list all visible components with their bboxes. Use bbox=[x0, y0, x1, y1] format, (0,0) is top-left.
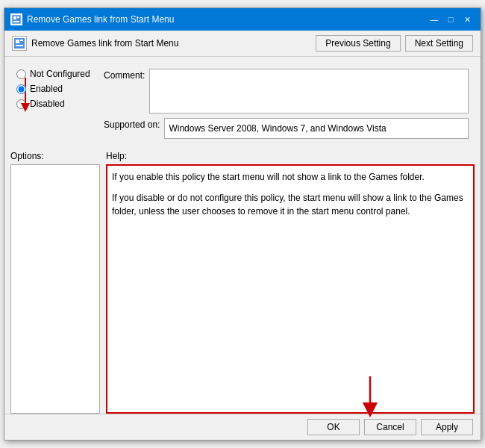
radio-disabled-label: Disabled bbox=[30, 99, 65, 109]
radio-enabled[interactable]: Enabled bbox=[16, 84, 63, 94]
svg-rect-1 bbox=[13, 16, 16, 19]
svg-rect-5 bbox=[16, 40, 19, 43]
radio-not-configured-input[interactable] bbox=[16, 69, 26, 79]
footer: OK Cancel Apply bbox=[4, 414, 481, 440]
comment-label: Comment: bbox=[104, 70, 145, 81]
minimize-button[interactable]: — bbox=[427, 13, 442, 26]
cancel-button[interactable]: Cancel bbox=[364, 419, 416, 435]
window-icon bbox=[10, 13, 22, 25]
svg-rect-2 bbox=[17, 16, 19, 18]
title-bar-left: Remove Games link from Start Menu bbox=[10, 13, 174, 25]
main-window: Remove Games link from Start Menu — □ ✕ … bbox=[4, 7, 481, 441]
header-title-text: Remove Games link from Start Menu bbox=[31, 38, 178, 49]
maximize-button[interactable]: □ bbox=[443, 13, 458, 26]
supported-value: Windows Server 2008, Windows 7, and Wind… bbox=[164, 118, 469, 139]
header-bar: Remove Games link from Start Menu Previo… bbox=[4, 31, 481, 57]
supported-label: Supported on: bbox=[104, 119, 160, 130]
comment-section: Comment: bbox=[104, 69, 469, 113]
main-content: Not Configured Enabled Disabled bbox=[4, 57, 481, 414]
close-button[interactable]: ✕ bbox=[460, 13, 475, 26]
radio-group: Not Configured Enabled Disabled bbox=[16, 69, 98, 109]
header-icon bbox=[12, 36, 27, 51]
title-controls: — □ ✕ bbox=[427, 13, 475, 26]
help-text-2: If you disable or do not configure this … bbox=[112, 191, 469, 218]
svg-rect-3 bbox=[13, 21, 19, 22]
header-buttons: Previous Setting Next Setting bbox=[316, 35, 473, 52]
svg-rect-6 bbox=[20, 40, 23, 41]
help-label: Help: bbox=[106, 151, 475, 161]
left-panel: Not Configured Enabled Disabled bbox=[10, 63, 104, 145]
bottom-panels: Options: Help: If you enable this policy… bbox=[4, 151, 481, 414]
previous-setting-button[interactable]: Previous Setting bbox=[316, 35, 400, 52]
apply-button[interactable]: Apply bbox=[421, 419, 473, 435]
footer-arrow-icon bbox=[355, 373, 392, 417]
options-box bbox=[10, 164, 100, 414]
comment-textarea[interactable] bbox=[149, 69, 469, 113]
options-label: Options: bbox=[10, 151, 100, 161]
help-section: Help: If you enable this policy the star… bbox=[106, 151, 475, 414]
radio-not-configured[interactable]: Not Configured bbox=[16, 69, 98, 79]
title-bar: Remove Games link from Start Menu — □ ✕ bbox=[4, 8, 481, 31]
ok-button[interactable]: OK bbox=[307, 419, 360, 435]
help-text-1: If you enable this policy the start menu… bbox=[112, 170, 469, 184]
radio-disabled[interactable]: Disabled bbox=[16, 99, 98, 109]
options-section: Options: bbox=[10, 151, 100, 414]
radio-enabled-input[interactable] bbox=[16, 84, 26, 94]
radio-enabled-label: Enabled bbox=[30, 84, 63, 94]
top-area: Not Configured Enabled Disabled bbox=[4, 57, 481, 151]
radio-not-configured-label: Not Configured bbox=[30, 69, 90, 79]
header-title: Remove Games link from Start Menu bbox=[12, 36, 178, 51]
svg-rect-7 bbox=[16, 45, 23, 46]
supported-section: Supported on: Windows Server 2008, Windo… bbox=[104, 118, 469, 139]
title-text: Remove Games link from Start Menu bbox=[27, 14, 174, 25]
right-panel: Comment: Supported on: Windows Server 20… bbox=[104, 63, 475, 145]
help-box: If you enable this policy the start menu… bbox=[106, 164, 475, 414]
next-setting-button[interactable]: Next Setting bbox=[405, 35, 473, 52]
radio-disabled-input[interactable] bbox=[16, 99, 26, 109]
